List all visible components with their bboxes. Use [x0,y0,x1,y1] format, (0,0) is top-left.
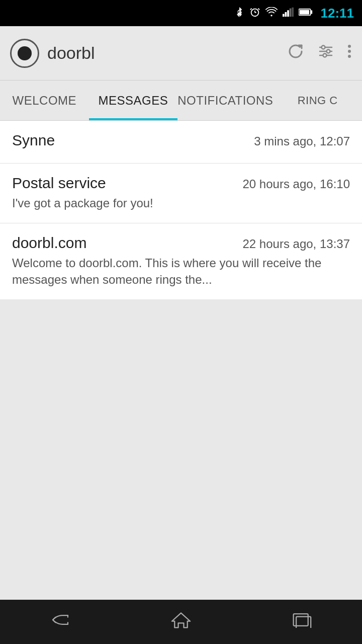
svg-rect-7 [285,12,287,17]
back-button[interactable] [30,607,90,637]
message-sender: Synne [12,132,55,149]
message-header: doorbl.com 22 hours ago, 13:37 [12,234,350,252]
message-sender: doorbl.com [12,234,86,252]
refresh-icon[interactable] [287,42,305,64]
filter-icon[interactable] [317,42,335,64]
app-bar: doorbl [0,26,362,80]
message-list: Synne 3 mins ago, 12:07 Postal service 2… [0,121,362,299]
alarm-icon [249,7,260,20]
tab-notifications[interactable]: Notifications [177,80,273,120]
tab-welcome[interactable]: Welcome [0,80,89,120]
svg-point-21 [348,50,351,53]
svg-rect-9 [289,8,291,16]
home-icon [171,611,191,633]
message-header: Synne 3 mins ago, 12:07 [12,132,350,149]
svg-point-20 [348,45,351,48]
svg-rect-8 [287,10,289,17]
tab-bar: Welcome Messages Notifications Ring c [0,80,362,121]
svg-point-22 [348,55,351,58]
svg-point-18 [327,49,330,53]
svg-rect-6 [283,14,285,16]
message-preview: I've got a package for you! [12,195,350,212]
navigation-bar [0,600,362,644]
svg-point-5 [270,15,272,16]
recents-button[interactable] [272,607,332,637]
message-time: 20 hours ago, 16:10 [242,177,350,191]
app-title: doorbl [47,43,287,63]
message-header: Postal service 20 hours ago, 16:10 [12,175,350,192]
svg-point-19 [323,53,327,57]
status-time: 12:11 [321,6,354,21]
message-item[interactable]: Synne 3 mins ago, 12:07 [0,121,362,164]
recents-icon [292,612,312,632]
status-bar: 12:11 [0,0,362,26]
tab-ring[interactable]: Ring c [273,80,362,120]
svg-rect-13 [299,10,309,14]
svg-point-17 [322,45,325,49]
message-time: 3 mins ago, 12:07 [254,134,350,148]
battery-icon [299,8,313,19]
message-time: 22 hours ago, 13:37 [242,237,350,251]
message-preview: Welcome to doorbl.com. This is where you… [12,255,350,288]
more-options-icon[interactable] [347,42,352,64]
tab-messages[interactable]: Messages [89,80,178,120]
signal-icon [283,7,294,20]
back-icon [49,612,71,632]
svg-rect-10 [292,7,294,16]
status-icons: 12:11 [234,6,354,21]
app-logo [10,39,39,68]
message-item[interactable]: Postal service 20 hours ago, 16:10 I've … [0,164,362,223]
svg-rect-12 [310,10,312,14]
bluetooth-icon [234,6,244,21]
empty-content-area [0,299,362,587]
wifi-icon [265,7,278,20]
home-button[interactable] [151,607,211,637]
app-logo-circle [18,46,32,60]
message-item[interactable]: doorbl.com 22 hours ago, 13:37 Welcome t… [0,223,362,299]
message-sender: Postal service [12,175,106,192]
app-bar-actions [287,42,352,64]
